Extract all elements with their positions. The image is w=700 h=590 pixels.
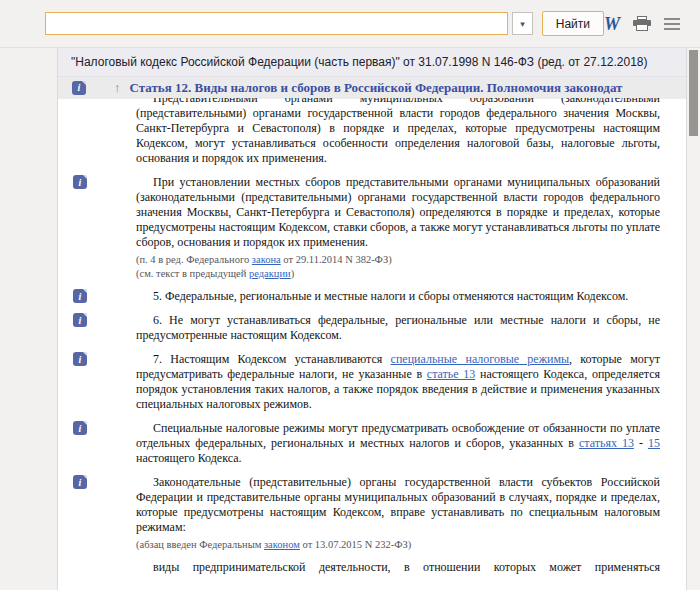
text-run: (п. 4 в ред. Федерального	[136, 254, 252, 265]
doc-paragraph: iЗаконодательные (представительные) орга…	[136, 475, 660, 535]
info-icon[interactable]: i	[73, 475, 87, 489]
doc-link[interactable]: 15	[648, 436, 660, 450]
doc-paragraph: виды предпринимательской деятельности, в…	[136, 560, 660, 575]
export-word-icon[interactable]: W	[604, 15, 620, 33]
info-icon[interactable]: i	[73, 421, 87, 435]
chevron-down-icon: ▾	[520, 19, 525, 29]
scrollbar[interactable]	[686, 48, 700, 590]
doc-paragraph: i7. Настоящим Кодексом устанавливаются с…	[136, 352, 660, 412]
scroll-up-arrow[interactable]: ↑	[114, 80, 121, 95]
text-run: 6. Не могут устанавливаться федеральные,…	[136, 313, 660, 342]
print-icon[interactable]	[633, 16, 651, 31]
search-dropdown-button[interactable]: ▾	[512, 12, 532, 35]
document-title: "Налоговый кодекс Российской Федерации (…	[71, 55, 648, 69]
info-icon[interactable]: i	[73, 313, 87, 327]
doc-paragraph: i6. Не могут устанавливаться федеральные…	[136, 313, 660, 343]
text-run: -	[634, 436, 648, 450]
edit-note: (абзац введен Федеральным законом от 13.…	[136, 538, 660, 551]
menu-icon[interactable]	[664, 18, 680, 30]
doc-link[interactable]: специальные налоговые режимы	[391, 352, 569, 366]
article-heading: Статья 12. Виды налогов и сборов в Росси…	[130, 80, 623, 96]
doc-link[interactable]: закона	[252, 254, 281, 265]
toolbar-icons: W	[604, 15, 700, 33]
edit-note: (см. текст в предыдущей редакции)	[136, 267, 660, 280]
text-run: виды предпринимательской деятельности, в…	[153, 560, 660, 574]
text-run: от 13.07.2015 N 232-ФЗ)	[300, 539, 411, 550]
main-area: "Налоговый кодекс Российской Федерации (…	[0, 48, 700, 590]
doc-link[interactable]: законом	[264, 539, 300, 550]
doc-paragraph: i5. Федеральные, региональные и местные …	[136, 289, 660, 304]
text-run: При установлении местных сборов представ…	[136, 175, 660, 249]
doc-paragraph: iПри установлении местных сборов предста…	[136, 175, 660, 250]
text-run: от 29.11.2014 N 382-ФЗ)	[281, 254, 392, 265]
text-run: (см. текст в предыдущей	[136, 268, 249, 279]
info-icon[interactable]: i	[73, 289, 87, 303]
text-run: Законодательные (представительные) орган…	[136, 475, 660, 534]
search-input[interactable]	[45, 12, 508, 35]
text-run: 5. Федеральные, региональные и местные н…	[153, 289, 628, 303]
scrollbar-thumb[interactable]	[689, 50, 698, 136]
doc-paragraph: iСпециальные налоговые режимы могут пред…	[136, 421, 660, 466]
edit-note: (п. 4 в ред. Федерального закона от 29.1…	[136, 253, 660, 266]
doc-paragraph: Представительными органами муниципальных…	[136, 91, 660, 166]
text-run: )	[291, 268, 295, 279]
text-run: настоящего Кодекса.	[136, 451, 241, 465]
document-body: Представительными органами муниципальных…	[58, 91, 686, 590]
document-title-bar: "Налоговый кодекс Российской Федерации (…	[58, 48, 686, 77]
doc-link[interactable]: редакции	[249, 268, 291, 279]
info-icon[interactable]: i	[73, 175, 87, 189]
find-button[interactable]: Найти	[542, 11, 604, 36]
doc-link[interactable]: статье 13	[427, 367, 476, 381]
text-run: 7. Настоящим Кодексом устанавливаются	[153, 352, 391, 366]
doc-link[interactable]: статьях 13	[579, 436, 634, 450]
info-icon[interactable]: i	[72, 81, 86, 95]
article-header: i ↑ Статья 12. Виды налогов и сборов в Р…	[58, 77, 686, 98]
top-toolbar: ▾ Найти W	[0, 0, 700, 48]
left-gutter	[0, 48, 58, 590]
text-run: Представительными органами муниципальных…	[136, 91, 660, 165]
document-pane: "Налоговый кодекс Российской Федерации (…	[58, 48, 686, 590]
info-icon[interactable]: i	[73, 352, 87, 366]
text-run: (абзац введен Федеральным	[136, 539, 264, 550]
